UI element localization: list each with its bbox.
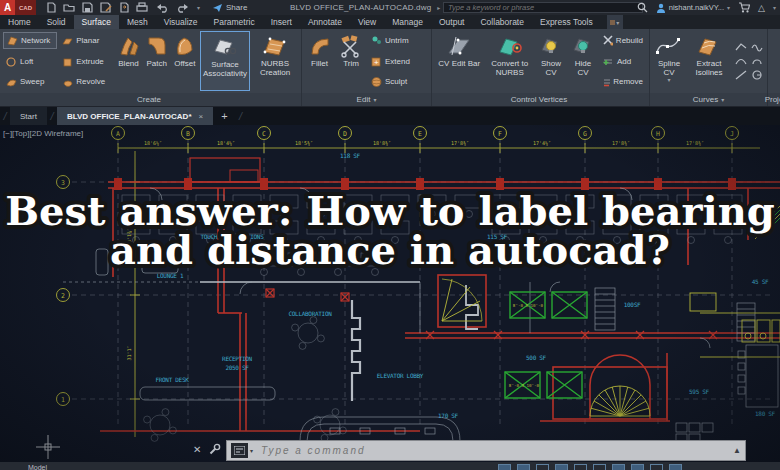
offset-button[interactable]: Offset [172,31,198,91]
ribbon-tab-insert[interactable]: Insert [263,15,300,29]
network-button[interactable]: Network [3,32,57,49]
extend-button[interactable]: + Extend [368,53,426,70]
ribbon-tab-solid[interactable]: Solid [39,15,74,29]
ribbon-tab-mesh[interactable]: Mesh [119,15,156,29]
redo-icon[interactable] [176,3,190,13]
ribbon-tab-express-tools[interactable]: Express Tools [532,15,601,29]
sweep-button[interactable]: Sweep [3,73,57,90]
ribbon-tab-collaborate[interactable]: Collaborate [472,15,531,29]
curve-tool-icon[interactable] [751,56,763,66]
status-icon[interactable] [593,464,606,470]
extend-icon: + [371,56,382,67]
ribbon-tab-parametric[interactable]: Parametric [206,15,263,29]
plot-icon[interactable] [136,2,148,13]
add-button[interactable]: Add [600,53,646,70]
open-folder-icon[interactable] [63,3,75,13]
new-file-icon[interactable] [46,2,56,13]
ribbon-extra-tools-button[interactable]: ▾ [607,15,623,29]
ribbon-tab-visualize[interactable]: Visualize [156,15,206,29]
panel-label-curves[interactable]: Curves▾ [650,93,767,106]
panel-label-edit[interactable]: Edit▾ [302,93,431,106]
sculpt-button[interactable]: Sculpt [368,73,426,90]
command-close-icon[interactable]: ✕ [193,444,201,455]
command-line[interactable]: ▾ ▲ [226,440,746,461]
tab-start[interactable]: Start [10,107,47,125]
user-icon [656,3,666,13]
autodesk-icon[interactable]: △ [758,3,765,13]
curve-tool-icon[interactable] [735,56,747,66]
ribbon-tab-view[interactable]: View [350,15,384,29]
planar-button[interactable]: Planar [59,32,113,49]
status-icon[interactable] [498,464,511,470]
undo-icon[interactable] [155,3,169,13]
cubicle-desk [529,221,557,234]
blend-button[interactable]: Blend [115,31,141,91]
qat-dropdown-icon[interactable]: ▾ [197,4,200,11]
rebuild-button[interactable]: Rebuild [600,32,646,49]
command-wrench-icon[interactable] [208,443,221,456]
share-button[interactable]: Share [212,3,247,13]
ribbon-tab-output[interactable]: Output [431,15,473,29]
convert-to-nurbs-button[interactable]: Convert to NURBS [486,31,535,91]
curve-tool-icon[interactable] [751,70,763,80]
surface-associativity-button[interactable]: Surface Associativity [200,31,250,91]
ribbon-tab-manage[interactable]: Manage [384,15,431,29]
command-input[interactable] [259,444,729,457]
search-icon[interactable] [637,2,648,13]
spline-cv-dropdown-icon[interactable]: ▾ [667,77,670,84]
curve-tool-icon[interactable] [735,70,747,80]
fillet-button[interactable]: Fillet [305,31,334,91]
export-icon[interactable] [119,2,129,13]
command-history-icon[interactable] [231,443,248,458]
command-dropdown-icon[interactable]: ▾ [250,447,253,454]
file-tab-bar: / Start / BLVD OFFICE_PLAN-AUTOCAD* × + … [0,107,780,125]
extract-isolines-button[interactable]: Extract Isolines [687,31,731,91]
room-label: TOUCH DOWN STATIONS [201,233,265,240]
save-icon[interactable] [82,2,93,13]
autocad-logo[interactable]: A [0,0,15,15]
untrim-button[interactable]: Untrim [368,32,426,49]
drawing-canvas[interactable]: [−][Top][2D Wireframe] ABCDEFGHJ321 [0,125,780,470]
status-icon[interactable] [669,464,682,470]
show-cv-button[interactable]: Show CV [536,31,566,91]
model-tab[interactable]: Model [28,464,47,470]
status-icon[interactable] [536,464,549,470]
extrude-button[interactable]: Extrude [59,53,113,70]
cubicle-desk [287,253,315,266]
new-tab-button[interactable]: + [213,107,235,125]
status-icon[interactable] [612,464,625,470]
nurbs-creation-button[interactable]: NURBS Creation [252,31,298,91]
status-icon[interactable] [650,464,663,470]
status-icon[interactable] [555,464,568,470]
loft-button[interactable]: Loft [3,53,57,70]
ribbon-tab-annotate[interactable]: Annotate [300,15,350,29]
panel-label-control-vertices[interactable]: Control Vertices [432,93,649,106]
help-search-input[interactable] [444,3,642,12]
cubicle-desk [529,195,557,208]
status-icon[interactable] [574,464,587,470]
cv-edit-bar-button[interactable]: CV Edit Bar [435,31,484,91]
spline-cv-button[interactable]: Spline CV ▾ [653,31,685,91]
curve-tool-icon[interactable] [735,42,747,52]
tab-divider: / [236,107,246,125]
status-icon[interactable] [631,464,644,470]
panel-label-create[interactable]: Create [0,93,301,106]
status-icon[interactable] [517,464,530,470]
tab-drawing[interactable]: BLVD OFFICE_PLAN-AUTOCAD* × [57,107,213,125]
ribbon-tab-surface[interactable]: Surface [74,15,119,29]
hide-cv-button[interactable]: Hide CV [568,31,598,91]
close-tab-icon[interactable]: × [199,112,204,121]
cart-icon[interactable] [738,2,750,13]
remove-button[interactable]: Remove [600,73,646,90]
ribbon-tab-home[interactable]: Home [0,15,39,29]
user-account[interactable]: nishant.naikVY... ▾ [656,3,730,13]
command-expand-icon[interactable]: ▲ [733,446,741,455]
patch-button[interactable]: Patch [144,31,170,91]
help-search[interactable] [443,2,643,13]
trim-button[interactable]: Trim [336,31,366,91]
curve-tool-icon[interactable] [751,42,763,52]
viewport-controls[interactable]: [−][Top][2D Wireframe] [3,129,83,138]
revolve-button[interactable]: Revolve [59,73,113,90]
panel-label-projection[interactable]: Proje [768,93,780,106]
save-as-icon[interactable] [100,2,112,13]
